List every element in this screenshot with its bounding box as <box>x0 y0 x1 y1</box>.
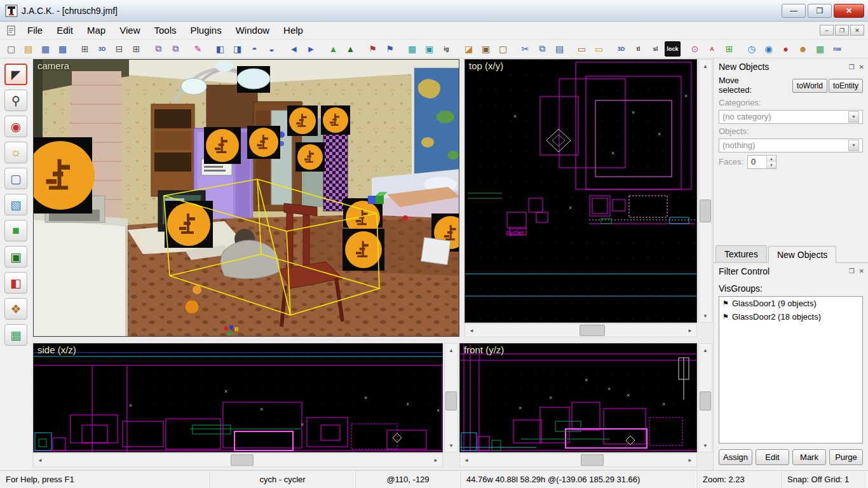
group-icon[interactable]: ▣ <box>478 41 494 57</box>
apply-texture-tool[interactable]: ■ <box>4 220 27 241</box>
scroll-up-icon[interactable]: ▲ <box>445 344 458 356</box>
scroll-up-icon[interactable]: ▲ <box>699 60 712 72</box>
chevron-down-icon[interactable]: ▼ <box>848 111 859 123</box>
terrain-noise-icon[interactable]: ▲ <box>342 41 358 57</box>
path-tool[interactable]: ▦ <box>4 324 27 346</box>
scrollbar-thumb[interactable] <box>580 325 605 336</box>
save-icon[interactable]: ▦ <box>37 41 53 57</box>
visgroups-list[interactable]: ⚑ GlassDoor1 (9 objects) ⚑ GlassDoor2 (1… <box>719 296 863 444</box>
close-panel-icon[interactable]: ✕ <box>859 268 864 274</box>
faces-spinner[interactable]: 0 ▲ ▼ <box>747 155 776 169</box>
open-file-icon[interactable]: ▤ <box>20 41 36 57</box>
new-file-icon[interactable]: ▢ <box>3 41 19 57</box>
camera-tool[interactable]: ◉ <box>4 116 27 137</box>
paste-icon[interactable]: ▤ <box>552 41 567 57</box>
select-inside-icon[interactable]: ▣ <box>421 41 437 57</box>
helper-icon[interactable]: ⊞ <box>721 41 737 57</box>
side-viewport[interactable]: ××× ×××× side (x/z) <box>33 343 443 452</box>
grid-3d-icon[interactable]: 3D <box>94 41 110 57</box>
menu-plugins[interactable]: Plugins <box>184 23 229 37</box>
lock-icon[interactable]: lock <box>665 41 681 57</box>
mdi-minimize-button[interactable]: – <box>820 25 834 36</box>
menu-window[interactable]: Window <box>229 23 276 37</box>
save-all-icon[interactable]: ▩ <box>55 41 71 57</box>
maximize-button[interactable]: ❐ <box>808 4 832 18</box>
new-visgroup-icon[interactable]: nw <box>829 41 845 57</box>
grid-toggle-icon[interactable]: ⊞ <box>77 41 93 57</box>
scrollbar-thumb[interactable] <box>700 391 711 410</box>
cordon-icon[interactable]: ▭ <box>574 41 590 57</box>
block-tool[interactable]: ▢ <box>4 168 27 189</box>
leak-icon[interactable]: ▦ <box>812 41 828 57</box>
models-icon[interactable]: ☻ <box>795 41 811 57</box>
categories-dropdown[interactable]: (no category) ▼ <box>719 110 863 124</box>
mdi-restore-button[interactable]: ❐ <box>835 25 849 36</box>
scroll-down-icon[interactable]: ▼ <box>699 439 712 452</box>
scroll-right-icon[interactable]: ► <box>684 454 696 466</box>
ungroup-icon[interactable]: ▢ <box>495 41 511 57</box>
scroll-left-icon[interactable]: ◄ <box>460 454 473 466</box>
align-top-icon[interactable]: ◓ <box>247 41 262 57</box>
compile-icon[interactable]: ◷ <box>743 41 759 57</box>
select-touching-icon[interactable]: ▦ <box>404 41 420 57</box>
front-view-hscrollbar[interactable]: ◄ ► <box>459 453 697 467</box>
float-panel-icon[interactable]: ❐ <box>849 64 855 71</box>
scroll-down-icon[interactable]: ▼ <box>699 309 712 322</box>
assign-button[interactable]: Assign <box>719 449 752 465</box>
sprite-lock-icon[interactable]: sl <box>648 41 663 57</box>
scroll-down-icon[interactable]: ▼ <box>445 439 458 452</box>
scrollbar-thumb[interactable] <box>700 200 711 222</box>
align-bottom-icon[interactable]: ◒ <box>264 41 280 57</box>
ignore-groups-icon[interactable]: ig <box>438 41 454 57</box>
mdi-close-button[interactable]: ✕ <box>850 25 864 36</box>
side-view-vscrollbar[interactable]: ▲ ▼ <box>444 343 458 452</box>
spin-down-icon[interactable]: ▼ <box>767 162 776 168</box>
select-tool[interactable]: ◤ <box>4 64 27 85</box>
select-3d-icon[interactable]: 3D <box>613 41 629 57</box>
terrain-icon[interactable]: ▲ <box>325 41 341 57</box>
map-properties-icon[interactable]: ✎ <box>190 41 206 57</box>
red-flag-icon[interactable]: ⚑ <box>365 41 381 57</box>
top-view-vscrollbar[interactable]: ▲ ▼ <box>698 59 712 323</box>
scroll-left-icon[interactable]: ◄ <box>34 454 46 466</box>
tab-new-objects[interactable]: New Objects <box>768 246 836 263</box>
scrollbar-thumb[interactable] <box>581 454 604 466</box>
scroll-up-icon[interactable]: ▲ <box>699 344 712 356</box>
pointfile-icon[interactable]: ● <box>778 41 794 57</box>
camera-viewport[interactable]: camera <box>33 59 459 337</box>
flip-horizontal-icon[interactable]: ◄ <box>286 41 302 57</box>
tab-textures[interactable]: Textures <box>715 245 767 262</box>
scrollbar-thumb[interactable] <box>231 454 254 466</box>
cut-icon[interactable]: ✂ <box>517 41 533 57</box>
grid-larger-icon[interactable]: ⊞ <box>128 41 144 57</box>
scroll-right-icon[interactable]: ► <box>430 454 442 466</box>
link-docs-icon[interactable]: ⧉ <box>151 41 166 57</box>
menu-tools[interactable]: Tools <box>147 23 183 37</box>
scroll-right-icon[interactable]: ► <box>684 324 696 337</box>
entity-tool[interactable]: ☼ <box>4 142 27 163</box>
link-docs-2-icon[interactable]: ⧉ <box>168 41 184 57</box>
front-view-vscrollbar[interactable]: ▲ ▼ <box>698 343 712 452</box>
apply-decals-tool[interactable]: ▣ <box>4 246 27 268</box>
blue-flag-icon[interactable]: ⚑ <box>382 41 398 57</box>
texture-application-tool[interactable]: ▧ <box>4 194 27 215</box>
magnify-tool[interactable]: ⚲ <box>4 90 27 111</box>
menu-edit[interactable]: Edit <box>50 23 80 37</box>
minimize-button[interactable]: — <box>782 4 806 18</box>
objects-dropdown[interactable]: (nothing) ▼ <box>719 139 863 152</box>
run-icon[interactable]: ◉ <box>761 41 776 57</box>
chevron-down-icon[interactable]: ▼ <box>848 140 859 151</box>
top-viewport[interactable]: ××× ××× cycler top (x/y) <box>465 59 697 323</box>
texture-lock-icon[interactable]: tl <box>630 41 646 57</box>
copy-icon[interactable]: ⧉ <box>534 41 550 57</box>
carve-icon[interactable]: ◪ <box>461 41 477 57</box>
to-entity-button[interactable]: toEntity <box>829 79 863 93</box>
top-view-hscrollbar[interactable]: ◄ ► <box>465 323 697 337</box>
float-panel-icon[interactable]: ❐ <box>849 268 855 274</box>
grid-smaller-icon[interactable]: ⊟ <box>111 41 127 57</box>
side-view-hscrollbar[interactable]: ◄ ► <box>33 453 443 467</box>
align-left-icon[interactable]: ◧ <box>212 41 228 57</box>
clipping-tool[interactable]: ◧ <box>4 272 27 294</box>
visgroup-item[interactable]: ⚑ GlassDoor2 (18 objects) <box>719 310 862 323</box>
scrollbar-thumb[interactable] <box>445 391 457 410</box>
